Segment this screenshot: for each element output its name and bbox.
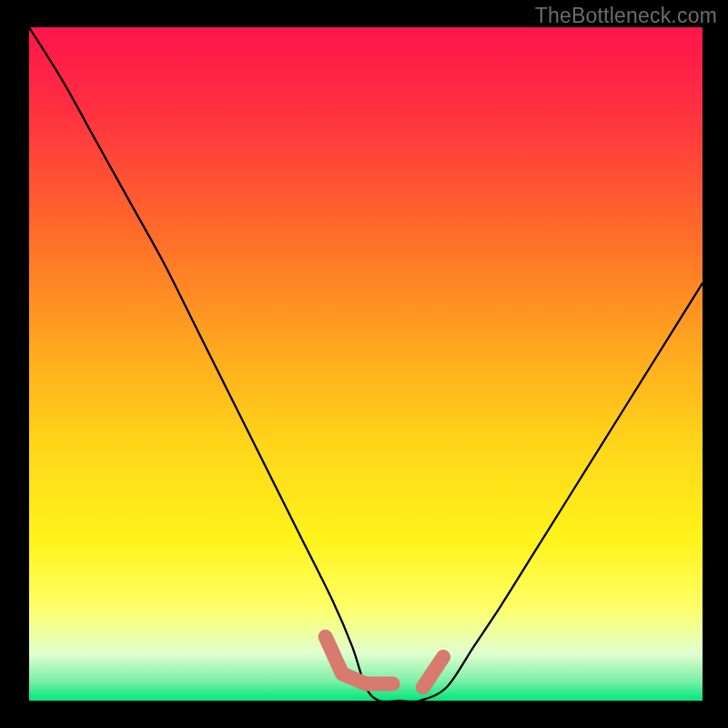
gradient-background: [29, 27, 703, 701]
watermark-text: TheBottleneck.com: [535, 4, 717, 28]
chart-svg: [29, 27, 703, 701]
bottleneck-chart: [29, 27, 703, 701]
chart-frame: TheBottleneck.com: [0, 0, 728, 728]
